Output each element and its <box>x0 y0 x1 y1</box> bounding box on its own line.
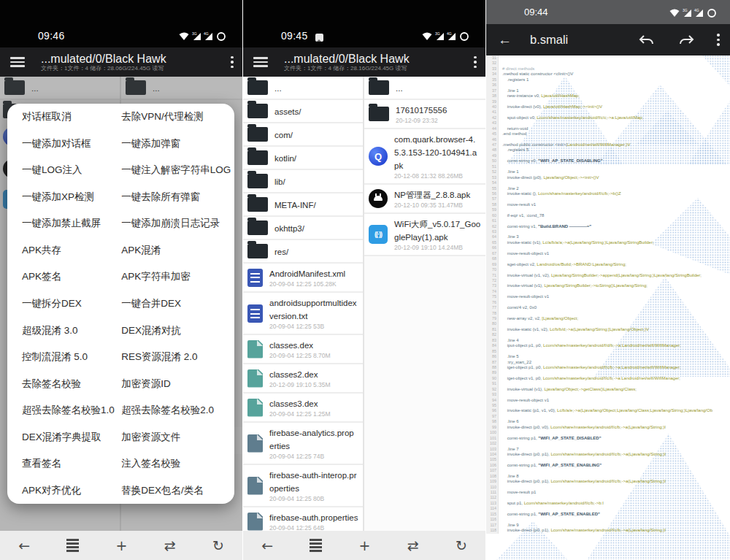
code-line: 71 invoke-virtual {v1, v2}, Ljava/lang/S… <box>486 273 730 278</box>
folder-icon <box>247 80 268 95</box>
code-line: 70 <box>486 267 730 272</box>
file-row[interactable]: AndroidManifest.xml20-09-04 12:25 105.28… <box>243 264 363 293</box>
transfer-icon[interactable]: ⇄ <box>407 539 419 553</box>
folder-icon <box>247 104 268 118</box>
overflow-menu-icon[interactable] <box>231 55 234 69</box>
svg-text:4G: 4G <box>447 31 452 36</box>
back-arrow-icon[interactable]: ← <box>498 32 527 48</box>
line-number: 85 <box>486 349 499 354</box>
menu-item[interactable]: APK共存 <box>22 245 114 256</box>
file-row[interactable]: ... <box>364 77 485 100</box>
menu-item[interactable]: DEX混淆字典提取 <box>22 431 114 443</box>
file-row[interactable]: classes2.dex20-12-09 19:10 5.35M <box>243 364 363 394</box>
menu-item[interactable]: 超强去除签名校验2.0 <box>121 404 234 416</box>
overflow-menu-icon[interactable] <box>474 55 477 69</box>
file-name: com/ <box>274 131 293 139</box>
menu-item[interactable]: 一键合并DEX <box>121 298 234 310</box>
back-icon[interactable]: ← <box>261 539 273 553</box>
file-row[interactable]: firebase-auth-interop.properties20-09-04… <box>243 465 363 507</box>
code-line: 95 <box>486 403 730 408</box>
line-number: 82 <box>486 332 499 337</box>
file-row[interactable]: com/ <box>243 123 363 147</box>
file-row[interactable]: NP管理器_2.8.8.apk20-12-10 09:35 31.47MB <box>364 185 485 214</box>
folder-icon <box>247 174 268 188</box>
status-icons: 3G 4G <box>421 30 472 42</box>
code-line: 35 .registers 1 <box>486 77 730 83</box>
add-icon[interactable]: + <box>116 539 128 553</box>
code-line: 97 <box>486 414 730 419</box>
overflow-menu-icon[interactable] <box>717 32 720 47</box>
line-number: 36 <box>486 83 499 88</box>
file-row[interactable]: kotlin/ <box>243 147 363 170</box>
menu-item[interactable]: APK签名 <box>22 271 114 283</box>
code-line: 64 .line 3 <box>486 234 730 239</box>
menu-item[interactable]: APK字符串加密 <box>121 271 234 283</box>
menu-item[interactable]: DEX混淆对抗 <box>121 325 234 337</box>
file-row[interactable]: 1761017555620-12-09 23:32 <box>364 100 485 129</box>
line-number: 81 <box>486 327 499 332</box>
menu-item[interactable]: APK混淆 <box>121 245 234 256</box>
menu-item[interactable]: 对话框取消 <box>22 111 114 123</box>
file-name: androidsupportmultidexversion.txt <box>269 299 357 321</box>
redo-icon[interactable] <box>677 34 695 46</box>
menu-item[interactable]: 替换DEX包名/类名 <box>121 485 234 496</box>
status-icons: 3G 4G <box>669 7 720 18</box>
file-row[interactable]: assets/ <box>243 100 363 123</box>
menu-item[interactable]: 控制流混淆 5.0 <box>22 351 114 363</box>
menu-item[interactable]: RES资源混淆 2.0 <box>121 351 234 363</box>
file-row[interactable]: classes3.dex20-09-04 12:25 1.25M <box>243 394 363 423</box>
menu-item[interactable]: 一键拆分DEX <box>22 298 114 310</box>
code-line: 67 move-result-object v1 <box>486 251 730 256</box>
code-line: 65 invoke-static {v1}, Lc/a/b/a/a;->a(Lj… <box>486 240 730 245</box>
code-line: 63 <box>486 229 730 234</box>
code-editor[interactable]: 313233# direct methods34.method static c… <box>486 55 730 560</box>
refresh-icon[interactable]: ↻ <box>456 539 467 553</box>
three-screenshot-strip: 09:46 3G 4G ...mulated/0/Black Hawk 文件夹：… <box>0 0 730 560</box>
file-row[interactable]: ... <box>243 77 363 100</box>
menu-item[interactable]: 一键添加崩溃日志记录 <box>121 218 234 229</box>
menu-item[interactable]: 一键注入解密字符串LOG <box>121 164 234 176</box>
file-row[interactable]: classes.dex20-09-04 12:25 8.70M <box>243 335 363 364</box>
file-row[interactable]: res/ <box>243 240 363 264</box>
menu-item[interactable]: 超级混淆 3.0 <box>22 325 114 337</box>
file-row[interactable]: lib/ <box>243 170 363 193</box>
hamburger-menu-icon[interactable] <box>10 57 25 66</box>
add-icon[interactable]: + <box>359 539 371 553</box>
refresh-icon[interactable]: ↻ <box>212 539 224 553</box>
file-row[interactable]: okhttp3/ <box>243 217 363 240</box>
menu-item[interactable]: 一键添加XP检测 <box>22 191 114 203</box>
line-number: 47 <box>486 142 499 147</box>
menu-item[interactable]: APK对齐优化 <box>22 485 114 496</box>
menu-item[interactable]: 一键添加弹窗 <box>121 138 234 150</box>
menu-item[interactable]: 加密资源文件 <box>121 431 234 443</box>
menu-column-b: 去除VPN/代理检测一键添加弹窗一键注入解密字符串LOG一键去除所有弹窗一键添加… <box>114 111 234 496</box>
menu-item[interactable]: 一键添加对话框 <box>22 138 114 150</box>
back-icon[interactable]: ← <box>18 539 30 553</box>
list-icon[interactable] <box>310 539 322 552</box>
file-meta: 20-09-04 12:25 64B <box>269 524 358 531</box>
file-row[interactable]: META-INF/ <box>243 193 363 217</box>
undo-icon[interactable] <box>638 34 656 46</box>
file-row[interactable]: Qcom.quark.browser-4.5.3.153-120-104941.… <box>364 129 485 185</box>
code-line: 41 <box>486 110 730 115</box>
menu-item[interactable]: 去除VPN/代理检测 <box>121 111 234 123</box>
hamburger-menu-icon[interactable] <box>253 57 268 66</box>
file-meta: 20-09-04 12:25 53B <box>269 323 358 331</box>
code-line: 102 <box>486 441 730 446</box>
file-row[interactable]: androidsupportmultidexversion.txt20-09-0… <box>243 293 363 335</box>
file-slate-icon <box>247 477 263 495</box>
menu-item[interactable]: 一键LOG注入 <box>22 164 114 176</box>
menu-item[interactable]: 超强去除签名校验1.0 <box>22 404 114 416</box>
line-number: 90 <box>486 376 499 381</box>
file-row[interactable]: firebase-analytics.properties20-09-04 12… <box>243 423 363 465</box>
list-icon[interactable] <box>66 539 79 552</box>
menu-item[interactable]: 加密资源ID <box>121 378 234 390</box>
file-row[interactable]: firebase-auth.properties20-09-04 12:25 6… <box>243 507 363 531</box>
menu-item[interactable]: 一键去除所有弹窗 <box>121 191 234 203</box>
transfer-icon[interactable]: ⇄ <box>164 539 176 553</box>
menu-item[interactable]: 去除签名校验 <box>22 378 114 390</box>
menu-item[interactable]: 注入签名校验 <box>121 458 234 469</box>
file-row[interactable]: ((·))WiFi大师_v5.0.17_GooglePlay(1).apk20-… <box>364 214 485 256</box>
menu-item[interactable]: 查看签名 <box>22 458 114 469</box>
menu-item[interactable]: 一键添加禁止截屏 <box>22 218 114 229</box>
